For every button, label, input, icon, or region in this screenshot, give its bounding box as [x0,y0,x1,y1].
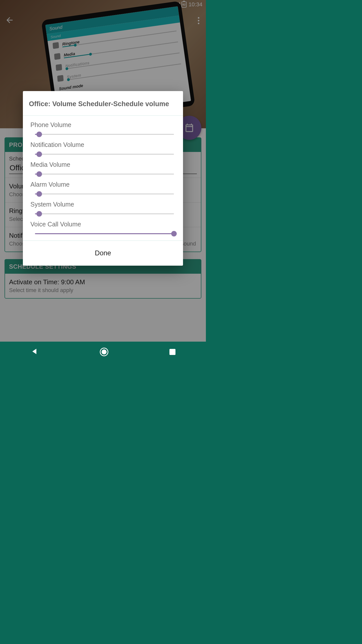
nav-recent-button[interactable] [169,349,175,355]
notification-volume-slider[interactable] [35,151,174,156]
voice-call-volume-group: Voice Call Volume [30,221,175,236]
triangle-back-icon [31,347,39,355]
slider-label: Phone Volume [30,121,175,129]
volume-dialog: Office: Volume Scheduler-Schedule volume… [23,91,183,266]
phone-volume-slider[interactable] [35,132,174,137]
slider-label: Voice Call Volume [30,221,175,228]
notification-volume-group: Notification Volume [30,141,175,156]
circle-home-icon [100,348,108,356]
android-nav-bar [0,342,206,362]
done-button[interactable]: Done [23,242,183,266]
divider [23,240,183,241]
media-volume-slider[interactable] [35,171,174,176]
nav-home-button[interactable] [100,348,108,356]
system-volume-slider[interactable] [35,211,174,216]
slider-label: Media Volume [30,161,175,168]
system-volume-group: System Volume [30,201,175,216]
square-recent-icon [169,349,175,355]
voice-call-volume-slider[interactable] [35,231,174,236]
dialog-title: Office: Volume Scheduler-Schedule volume [23,91,183,115]
media-volume-group: Media Volume [30,161,175,176]
nav-back-button[interactable] [31,347,39,356]
slider-label: Notification Volume [30,141,175,148]
slider-label: Alarm Volume [30,181,175,188]
alarm-volume-group: Alarm Volume [30,181,175,196]
alarm-volume-slider[interactable] [35,191,174,196]
slider-label: System Volume [30,201,175,208]
phone-volume-group: Phone Volume [30,121,175,137]
